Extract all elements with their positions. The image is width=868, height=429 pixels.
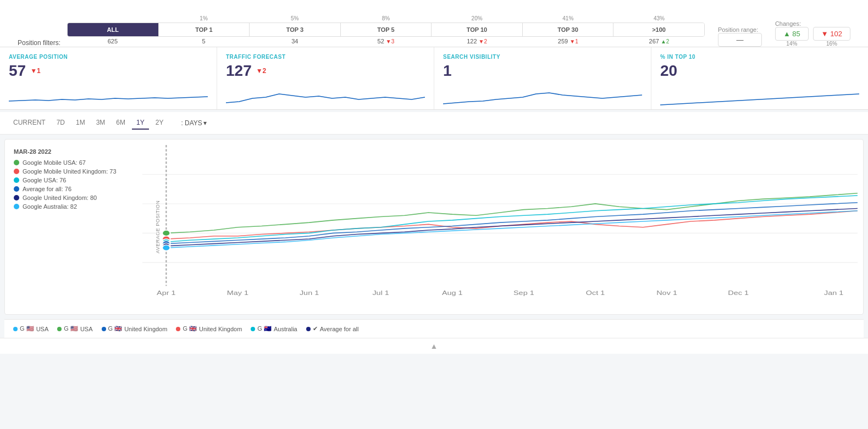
legend-dot-5	[14, 204, 19, 209]
bl-item-2: G 🇬🇧 United Kingdom	[102, 325, 168, 332]
avg-position-label: AVERAGE POSITION	[9, 54, 208, 60]
count-top3: 34	[249, 37, 340, 47]
filter-btn-top3[interactable]: TOP 3	[250, 23, 341, 36]
metric-card-top10: % IN TOP 10 20	[651, 47, 868, 109]
avg-position-value: 57 ▼1	[9, 62, 208, 80]
legend-item-2: Google USA: 76	[14, 177, 117, 183]
count-top5: 52 ▼3	[340, 37, 432, 47]
bl-dot-4	[251, 327, 255, 331]
traffic-chart	[226, 82, 425, 109]
svg-text:Jun 1: Jun 1	[300, 289, 319, 297]
legend-item-3: Average for all: 76	[14, 186, 117, 192]
bl-label-2: United Kingdom	[124, 326, 167, 332]
metric-cards: AVERAGE POSITION 57 ▼1 TRAFFIC FORECAST …	[0, 47, 868, 110]
bl-dot-1	[57, 327, 62, 331]
time-btn-1m[interactable]: 1M	[71, 116, 90, 130]
bl-icon-1: G 🇺🇸	[64, 325, 78, 332]
filter-btn-all[interactable]: ALL	[68, 23, 159, 36]
pct-top10: 20%	[432, 15, 523, 21]
bl-icon-5: ✔	[313, 325, 318, 332]
bl-item-1: G 🇺🇸 USA	[57, 325, 92, 332]
days-selector[interactable]: : DAYS ▾	[181, 119, 206, 127]
legend-dot-0	[14, 160, 19, 165]
change-gt100: ▲2	[661, 38, 669, 44]
change-top30: ▼1	[570, 38, 578, 44]
chart-legend: MAR-28 2022 Google Mobile USA: 67 Google…	[5, 140, 126, 314]
change-top10: ▼2	[479, 38, 487, 44]
svg-text:Dec 1: Dec 1	[728, 289, 749, 297]
bl-item-5: ✔ Average for all	[306, 325, 359, 332]
bl-label-0: USA	[36, 326, 49, 332]
filter-btn-gt100[interactable]: >100	[613, 23, 704, 36]
filter-btn-top1[interactable]: TOP 1	[159, 23, 250, 36]
time-btn-current[interactable]: CURRENT	[9, 116, 50, 130]
legend-dot-3	[14, 186, 19, 192]
chevron-up-icon: ▲	[430, 342, 438, 350]
legend-item-0: Google Mobile USA: 67	[14, 159, 117, 166]
time-btn-7d[interactable]: 7D	[52, 116, 69, 130]
legend-item-5: Google Australia: 82	[14, 203, 117, 210]
chart-plot: Apr 1 May 1 Jun 1 Jul 1 Aug 1 Sep 1 Oct …	[126, 140, 863, 314]
bl-item-3: G 🇬🇧 United Kingdom	[176, 325, 242, 332]
bl-dot-0	[13, 327, 18, 331]
bl-icon-3: G 🇬🇧	[183, 325, 197, 332]
time-range-bar: CURRENT 7D 1M 3M 6M 1Y 2Y : DAYS ▾	[0, 112, 868, 135]
svg-text:Apr 1: Apr 1	[157, 289, 176, 297]
legend-item-1: Google Mobile United Kingdom: 73	[14, 168, 117, 175]
count-top30: 259 ▼1	[522, 37, 613, 47]
pct-all	[67, 15, 158, 21]
changes-up-pct: 14%	[786, 41, 797, 47]
collapse-bar[interactable]: ▲	[0, 338, 868, 354]
avg-position-chart	[9, 82, 208, 109]
traffic-value: 127 ▼2	[226, 62, 425, 80]
visibility-value: 1	[443, 62, 642, 80]
time-btn-2y[interactable]: 2Y	[151, 116, 168, 130]
filter-btn-top5[interactable]: TOP 5	[341, 23, 432, 36]
bl-icon-0: G 🇺🇸	[20, 325, 34, 332]
svg-text:Nov 1: Nov 1	[656, 289, 677, 297]
pct-gt100: 43%	[613, 15, 705, 21]
changes-label: Changes:	[775, 20, 801, 27]
svg-point-15	[162, 230, 170, 236]
svg-text:Sep 1: Sep 1	[513, 289, 534, 297]
bl-dot-3	[176, 327, 180, 331]
legend-dot-1	[14, 169, 19, 174]
pct-top3: 5%	[249, 15, 340, 21]
bl-item-4: G 🇦🇺 Australia	[251, 325, 297, 332]
chevron-down-icon: ▾	[203, 119, 207, 127]
metric-card-avg-position: AVERAGE POSITION 57 ▼1	[0, 47, 217, 109]
changes-down-box[interactable]: ▼ 102	[813, 27, 850, 41]
bl-label-3: United Kingdom	[199, 326, 242, 332]
bl-label-5: Average for all	[320, 326, 359, 332]
avg-position-badge: ▼1	[30, 67, 41, 75]
filter-counts-row: 625 5 34 52 ▼3 122 ▼2 259 ▼1 267 ▲2	[67, 37, 705, 47]
position-range-input[interactable]: —	[718, 33, 762, 47]
position-range-section: Position range: —	[718, 26, 762, 47]
main-chart-area: MAR-28 2022 Google Mobile USA: 67 Google…	[4, 139, 864, 315]
pct-top5: 8%	[340, 15, 432, 21]
visibility-chart	[443, 82, 642, 109]
legend-dot-2	[14, 177, 19, 183]
time-btn-6m[interactable]: 6M	[112, 116, 130, 130]
count-top10: 122 ▼2	[432, 37, 523, 47]
position-filters-label: Position filters:	[18, 39, 60, 47]
changes-up-box[interactable]: ▲ 85	[775, 27, 809, 41]
legend-dot-4	[14, 195, 19, 200]
time-btn-3m[interactable]: 3M	[92, 116, 110, 130]
changes-boxes: ▲ 85 14% ▼ 102 16%	[775, 27, 850, 47]
legend-item-4: Google United Kingdom: 80	[14, 194, 117, 201]
traffic-label: TRAFFIC FORECAST	[226, 54, 425, 60]
filter-btn-top10[interactable]: TOP 10	[432, 23, 523, 36]
time-btn-1y[interactable]: 1Y	[132, 116, 149, 130]
top10-chart	[660, 82, 859, 109]
bl-item-0: G 🇺🇸 USA	[13, 325, 48, 332]
pct-top1: 1%	[158, 15, 250, 21]
filter-buttons-group: ALL TOP 1 TOP 3 TOP 5 TOP 10 TOP 30 >100	[67, 23, 705, 37]
metric-card-visibility: SEARCH VISIBILITY 1	[434, 47, 651, 109]
visibility-label: SEARCH VISIBILITY	[443, 54, 642, 60]
pct-top30: 41%	[522, 15, 613, 21]
bl-icon-2: G 🇬🇧	[108, 325, 123, 332]
metric-card-traffic: TRAFFIC FORECAST 127 ▼2	[217, 47, 434, 109]
svg-point-20	[162, 245, 170, 251]
filter-btn-top30[interactable]: TOP 30	[523, 23, 614, 36]
